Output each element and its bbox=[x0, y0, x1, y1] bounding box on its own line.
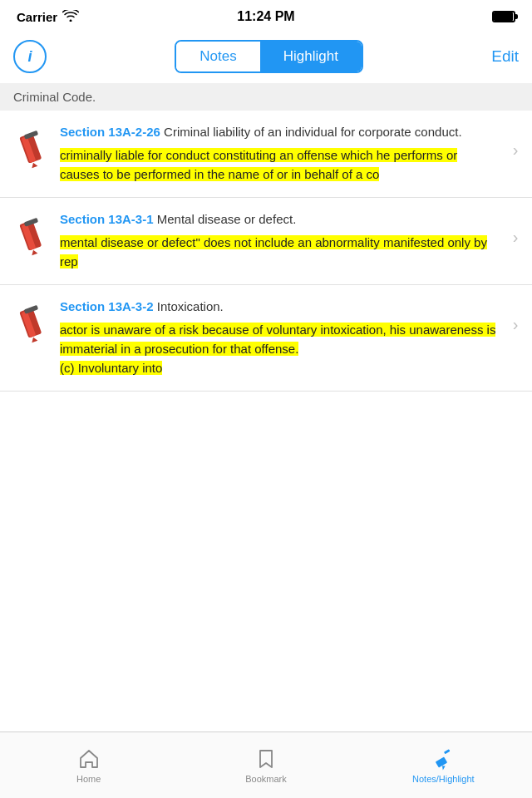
home-icon bbox=[77, 747, 101, 771]
wifi-icon bbox=[62, 10, 79, 24]
svg-rect-12 bbox=[436, 756, 447, 767]
header: i Notes Highlight Edit bbox=[0, 33, 532, 83]
list-item[interactable]: Section 13A-3-1 Mental disease or defect… bbox=[0, 198, 532, 285]
marker-icon-3 bbox=[10, 302, 57, 345]
subheader: Criminal Code. bbox=[0, 83, 532, 111]
tab-home[interactable]: Home bbox=[0, 732, 177, 798]
tab-home-label: Home bbox=[76, 774, 101, 784]
item-title-2: Section 13A-3-1 Mental disease or defect… bbox=[60, 211, 499, 228]
tab-bar: Home Bookmark Notes/Highlight bbox=[0, 732, 532, 798]
svg-marker-6 bbox=[31, 249, 38, 255]
highlight-text-1: criminally liable for conduct constituti… bbox=[60, 148, 457, 181]
edit-button[interactable]: Edit bbox=[491, 47, 519, 66]
section-num-1: Section 13A-2-26 bbox=[60, 125, 160, 139]
item-title-1: Section 13A-2-26 Criminal liability of a… bbox=[60, 124, 499, 140]
marker-icon-1 bbox=[10, 127, 57, 170]
section-num-2: Section 13A-3-1 bbox=[60, 212, 154, 226]
battery-indicator bbox=[492, 11, 515, 22]
section-desc-3: Intoxication. bbox=[154, 299, 224, 313]
bookmark-icon bbox=[254, 747, 278, 771]
marker-icon-2 bbox=[10, 214, 57, 258]
item-title-3: Section 13A-3-2 Intoxication. bbox=[60, 298, 499, 315]
tab-notes-highlight[interactable]: Notes/Highlight bbox=[355, 732, 532, 798]
carrier-label: Carrier bbox=[17, 10, 57, 24]
info-label: i bbox=[27, 48, 32, 66]
item-content-2: Section 13A-3-1 Mental disease or defect… bbox=[57, 211, 505, 271]
chevron-icon-2: › bbox=[505, 228, 525, 247]
section-desc-1: Criminal liability of an individual for … bbox=[160, 125, 462, 139]
content-list: Section 13A-2-26 Criminal liability of a… bbox=[0, 111, 532, 732]
svg-marker-10 bbox=[31, 336, 38, 342]
subheader-text: Criminal Code. bbox=[13, 90, 96, 104]
toggle-group: Notes Highlight bbox=[175, 40, 363, 73]
tab-notes-highlight-label: Notes/Highlight bbox=[412, 774, 475, 784]
info-button[interactable]: i bbox=[13, 40, 47, 73]
item-content-1: Section 13A-2-26 Criminal liability of a… bbox=[57, 124, 505, 184]
list-item[interactable]: Section 13A-2-26 Criminal liability of a… bbox=[0, 111, 532, 198]
highlight-text-2: mental disease or defect" does not inclu… bbox=[60, 235, 487, 268]
svg-rect-14 bbox=[444, 749, 451, 754]
chevron-icon-3: › bbox=[505, 315, 525, 334]
section-desc-2: Mental disease or defect. bbox=[154, 212, 297, 226]
highlight-tab[interactable]: Highlight bbox=[260, 42, 362, 71]
carrier-wifi: Carrier bbox=[17, 10, 79, 24]
notes-highlight-icon bbox=[431, 747, 455, 771]
notes-tab[interactable]: Notes bbox=[176, 42, 259, 71]
highlight-text-3: actor is unaware of a risk because of vo… bbox=[60, 323, 495, 376]
tab-bookmark[interactable]: Bookmark bbox=[177, 732, 354, 798]
status-time: 11:24 PM bbox=[237, 9, 294, 24]
item-content-3: Section 13A-3-2 Intoxication. actor is u… bbox=[57, 298, 505, 377]
tab-bookmark-label: Bookmark bbox=[245, 774, 287, 784]
status-bar: Carrier 11:24 PM bbox=[0, 0, 532, 33]
list-item[interactable]: Section 13A-3-2 Intoxication. actor is u… bbox=[0, 285, 532, 392]
svg-marker-2 bbox=[31, 161, 38, 168]
chevron-icon-1: › bbox=[505, 140, 525, 160]
section-num-3: Section 13A-3-2 bbox=[60, 299, 154, 313]
